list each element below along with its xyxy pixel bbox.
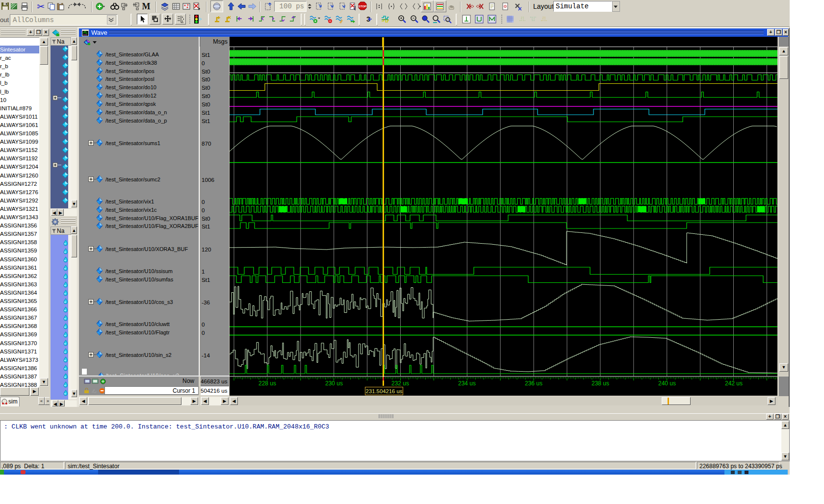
svg-text:M: M: [142, 1, 151, 11]
svg-text:STOP: STOP: [359, 5, 366, 8]
svg-text:✂: ✂: [37, 1, 45, 12]
